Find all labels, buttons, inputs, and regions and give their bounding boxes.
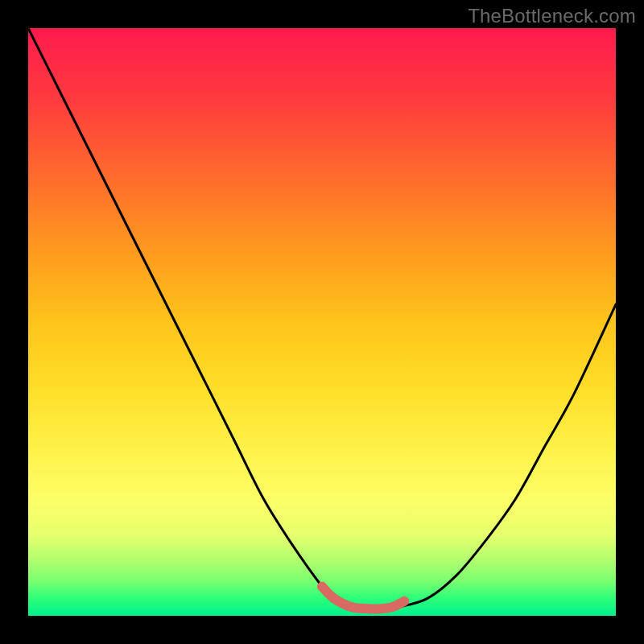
bottom-highlight-line [322,587,404,609]
watermark-text: TheBottleneck.com [468,5,636,27]
chart-frame: TheBottleneck.com [0,0,644,644]
main-curve-line [28,28,616,609]
curve-svg [28,28,616,616]
plot-area [28,28,616,616]
